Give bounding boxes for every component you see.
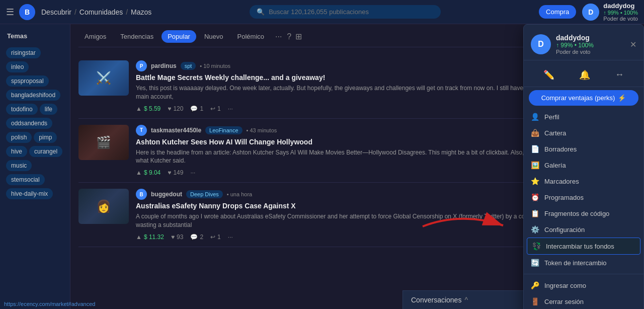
- brand-logo[interactable]: B: [19, 4, 35, 20]
- close-icon[interactable]: ✕: [630, 40, 636, 49]
- sidebar-tag-life[interactable]: life: [40, 104, 57, 115]
- menu-label-fragmentos: Fragmentos de código: [544, 210, 609, 217]
- user-stats: ↑ 99% • 100%: [603, 10, 638, 16]
- menu-label-cerrar: Cerrar sesión: [544, 298, 584, 305]
- conversations-label: Conversaciones: [411, 296, 461, 304]
- comment-icon: 💬: [190, 105, 198, 112]
- sidebar-tag-music[interactable]: music: [6, 160, 32, 171]
- sidebar-tag-stemsocial[interactable]: stemsocial: [6, 174, 45, 185]
- post-value-action[interactable]: ▲ $ 9.04: [136, 169, 160, 176]
- menu-icon-galeria: 🖼️: [531, 161, 539, 169]
- comprar-button[interactable]: Compra: [539, 5, 576, 19]
- tab-nuevo[interactable]: Nuevo: [198, 30, 229, 43]
- sidebar-tag-risingstar[interactable]: risingstar: [6, 47, 41, 58]
- edit-icon[interactable]: ✏️: [539, 67, 558, 83]
- transfer-icon[interactable]: ↔️: [611, 67, 628, 83]
- grid-icon[interactable]: ⊞: [295, 32, 302, 41]
- sidebar-tag-bangladeshifood[interactable]: bangladeshifood: [6, 90, 60, 101]
- menu-item-cerrar[interactable]: 🚪 Cerrar sesión: [524, 293, 643, 309]
- comprar-perks-button[interactable]: Comprar ventajas (perks) ⚡: [529, 90, 638, 106]
- dropdown-icons: ✏️ 🔔 ↔️: [524, 63, 643, 87]
- post-author[interactable]: buggedout: [151, 191, 182, 198]
- sidebar-tag-pimp[interactable]: pimp: [34, 132, 57, 143]
- dropdown-role: Poder de voto: [556, 49, 594, 55]
- post-votes[interactable]: ♥ 93: [171, 234, 183, 241]
- menu-item-configuracion[interactable]: ⚙️ Configuración: [524, 221, 643, 238]
- tab-more[interactable]: ···: [272, 32, 285, 41]
- tab-tendencias[interactable]: Tendencias: [114, 30, 159, 43]
- tab-popular[interactable]: Popular: [162, 30, 196, 43]
- menu-icon-marcadores: ⭐: [531, 177, 539, 185]
- user-area[interactable]: D daddydog ↑ 99% • 100% Poder de voto: [582, 2, 638, 22]
- menu-label-intercambiar: Intercambiar tus fondos: [546, 243, 614, 250]
- menu-item-token[interactable]: 🔄 Token de intercambio: [524, 255, 643, 271]
- post-value-action[interactable]: ▲ $ 11.32: [136, 234, 164, 241]
- help-icon[interactable]: ?: [287, 32, 291, 41]
- post-author[interactable]: pardinus: [151, 62, 177, 69]
- menu-label-cartera: Cartera: [544, 129, 566, 137]
- menu-icon-borradores: 📄: [531, 145, 539, 153]
- post-community[interactable]: Deep Dives: [186, 190, 223, 198]
- post-votes[interactable]: ♥ 149: [168, 169, 183, 176]
- post-value: $ 11.32: [144, 234, 164, 241]
- breadcrumb-descubrir[interactable]: Descubrir: [41, 8, 71, 16]
- breadcrumb-comunidades[interactable]: Comunidades: [79, 8, 123, 16]
- main-layout: Temas risingstarinleospsproposalbanglade…: [0, 24, 644, 309]
- post-more[interactable]: ···: [228, 234, 233, 241]
- sidebar-tag-inleo[interactable]: inleo: [6, 61, 29, 72]
- heart-icon: ♥: [168, 169, 171, 176]
- post-community[interactable]: LeoFinance: [205, 126, 243, 134]
- sidebar-tag-todofino[interactable]: todofino: [6, 104, 38, 115]
- post-time: • 43 minutos: [247, 127, 277, 133]
- sidebar-tag-curangel[interactable]: curangel: [29, 146, 62, 157]
- bottom-link[interactable]: https://ecency.com/market#advanced: [0, 299, 99, 309]
- conversations-chevron[interactable]: ^: [464, 296, 468, 304]
- menu-item-ingresar[interactable]: 🔑 Ingresar como: [524, 277, 643, 293]
- menu-label-programados: Programados: [544, 194, 584, 201]
- post-comments1[interactable]: 💬2: [190, 234, 203, 241]
- menu-item-cartera[interactable]: 👜 Cartera: [524, 125, 643, 141]
- post-more[interactable]: ···: [190, 169, 195, 176]
- menu-item-intercambiar[interactable]: 💱 Intercambiar tus fondos: [527, 238, 640, 255]
- menu-label-token: Token de intercambio: [544, 259, 607, 267]
- search-input[interactable]: [269, 8, 434, 16]
- heart-icon: ♥: [168, 105, 171, 112]
- avatar: D: [582, 4, 599, 21]
- post-value-action[interactable]: ▲ $ 5.59: [136, 105, 160, 112]
- hamburger-icon[interactable]: ☰: [6, 7, 14, 18]
- dropdown-avatar: D: [531, 34, 551, 54]
- votes-count: 120: [173, 105, 183, 112]
- post-author[interactable]: taskmaster4450le: [151, 127, 201, 134]
- menu-item-fragmentos[interactable]: 📋 Fragmentos de código: [524, 205, 643, 221]
- bell-icon[interactable]: 🔔: [575, 67, 594, 83]
- menu-divider: [524, 274, 643, 274]
- breadcrumb-mazos[interactable]: Mazos: [131, 8, 151, 16]
- sidebar: Temas risingstarinleospsproposalbanglade…: [0, 24, 70, 309]
- sidebar-tag-hive-daily-mix[interactable]: hive-daily-mix: [6, 188, 53, 199]
- votes-count: 149: [173, 169, 183, 176]
- menu-item-perfil[interactable]: 👤 Perfil: [524, 109, 643, 125]
- menu-item-galeria[interactable]: 🖼️ Galería: [524, 157, 643, 173]
- sidebar-tag-spsproposal[interactable]: spsproposal: [6, 75, 49, 87]
- post-community[interactable]: spt: [181, 62, 196, 70]
- tab-polémico[interactable]: Polémico: [231, 30, 270, 43]
- search-icon: 🔍: [257, 8, 265, 16]
- post-comments1[interactable]: 💬1: [190, 105, 203, 112]
- sidebar-tag-oddsandends[interactable]: oddsandends: [6, 118, 52, 129]
- sidebar-title: Temas: [5, 32, 65, 40]
- sidebar-tag-polish[interactable]: polish: [6, 132, 32, 143]
- menu-icon-cartera: 👜: [531, 129, 539, 137]
- heart-icon: ♥: [171, 234, 175, 241]
- comment-icon: 💬: [190, 234, 198, 241]
- sidebar-tag-hive[interactable]: hive: [6, 146, 27, 157]
- post-votes[interactable]: ♥ 120: [168, 105, 183, 112]
- post-more[interactable]: ···: [228, 105, 233, 112]
- tab-amigos[interactable]: Amigos: [78, 30, 112, 43]
- menu-label-perfil: Perfil: [544, 113, 559, 121]
- post-comments2[interactable]: ↩1: [210, 234, 221, 241]
- menu-item-marcadores[interactable]: ⭐ Marcadores: [524, 173, 643, 189]
- menu-item-borradores[interactable]: 📄 Borradores: [524, 141, 643, 157]
- menu-item-programados[interactable]: ⏰ Programados: [524, 189, 643, 205]
- upvote-icon: ▲: [136, 105, 142, 112]
- post-comments2[interactable]: ↩1: [210, 105, 221, 112]
